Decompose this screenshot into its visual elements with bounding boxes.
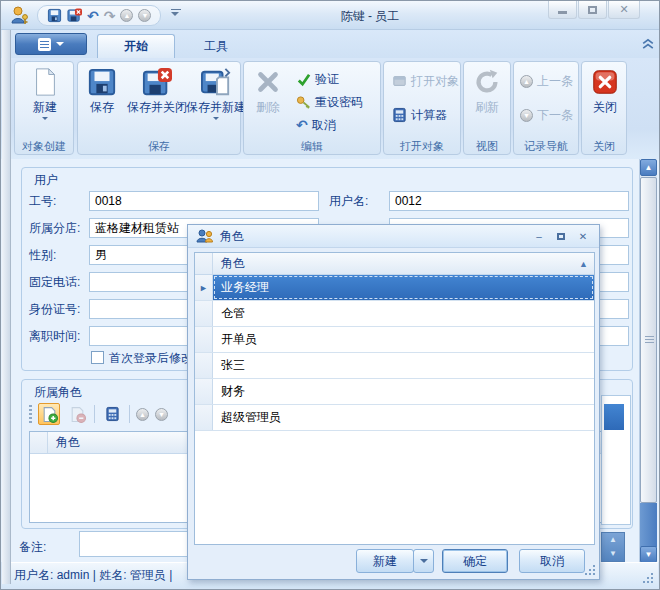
new-page-icon — [30, 66, 60, 98]
save-button[interactable]: 保存 — [82, 66, 122, 116]
dialog-ok-button[interactable]: 确定 — [442, 549, 508, 573]
dialog-grid-header-cell[interactable]: 角色 ▲ — [213, 253, 594, 274]
role-row[interactable]: 财务 — [195, 379, 594, 405]
redo-icon[interactable]: ↷ — [104, 9, 116, 23]
scroll-up-icon: ▲ — [602, 533, 624, 547]
dropdown-icon — [42, 117, 48, 120]
scrollbar-track-fill[interactable] — [640, 503, 657, 547]
branch-label: 所属分店: — [29, 218, 80, 238]
ribbon: 新建 对象创建 保存 — [1, 58, 659, 159]
dialog-minimize-button[interactable]: – — [531, 229, 547, 243]
dialog-titlebar: 角色 – ✕ — [188, 225, 599, 248]
dropdown-icon — [213, 117, 219, 120]
application-menu-button[interactable] — [15, 33, 87, 55]
role-row[interactable]: 张三 — [195, 353, 594, 379]
dialog-cancel-button[interactable]: 取消 — [519, 549, 585, 573]
save-and-close-button[interactable]: 保存并关闭 — [124, 66, 190, 116]
right-grid-sliver — [601, 395, 631, 525]
dialog-resize-grip[interactable] — [584, 564, 596, 576]
save-icon — [87, 66, 117, 98]
new-button[interactable]: 新建 — [23, 66, 67, 120]
ribbon-group-view: 刷新 视图 — [463, 61, 511, 155]
scrollbar-up-button[interactable]: ▲ — [640, 159, 657, 176]
group-label-edit: 编辑 — [244, 139, 380, 153]
roles-group-title: 所属角色 — [34, 384, 82, 401]
check-icon — [296, 72, 311, 87]
next-record-icon[interactable]: ▼ — [138, 9, 151, 22]
roles-calculator-icon[interactable] — [101, 403, 123, 425]
left-edge-strip — [2, 30, 11, 584]
refresh-button[interactable]: 刷新 — [466, 66, 508, 116]
emp-no-label: 工号: — [29, 191, 56, 211]
next-record-icon: ▼ — [520, 109, 533, 122]
roles-toolbar: ▲ ▼ — [29, 403, 168, 425]
role-row[interactable]: 开单员 — [195, 327, 594, 353]
role-row[interactable]: 仓管 — [195, 301, 594, 327]
sort-ascending-icon[interactable]: ▲ — [579, 259, 588, 269]
first-login-checkbox[interactable] — [91, 351, 104, 364]
previous-record-button[interactable]: ▲ 上一条 — [520, 70, 573, 92]
dialog-title: 角色 — [220, 228, 244, 245]
validate-button[interactable]: 验证 — [296, 68, 339, 90]
user-name-input[interactable]: 0012 — [389, 191, 629, 211]
undo-icon: ↶ — [296, 118, 308, 132]
dialog-roles-grid: 角色 ▲ ► 业务经理 仓管 开单员 张三 财务 超级管理员 — [194, 252, 595, 545]
emp-no-input[interactable]: 0018 — [89, 191, 319, 211]
window-resize-grip[interactable] — [642, 572, 654, 584]
vertical-scrollbar[interactable]: ▲ ▼ — [639, 159, 657, 563]
save-close-icon[interactable] — [67, 8, 82, 23]
window-title: 陈键 - 员工 — [201, 8, 539, 25]
statusbar-text: 用户名: admin | 姓名: 管理员 | — [14, 567, 172, 584]
move-up-icon[interactable]: ▲ — [136, 408, 149, 421]
close-form-button[interactable]: 关闭 — [585, 66, 625, 116]
reset-password-button[interactable]: 重设密码 — [296, 91, 363, 113]
minimize-icon — [558, 11, 567, 14]
ribbon-group-open: 打开对象 计算器 打开对象 — [383, 61, 461, 155]
undo-icon[interactable]: ↶ — [87, 9, 99, 23]
role-row[interactable]: 超级管理员 — [195, 405, 594, 431]
move-down-icon[interactable]: ▼ — [155, 408, 168, 421]
ribbon-group-close: 关闭 关闭 — [581, 61, 627, 155]
remove-role-icon[interactable] — [66, 403, 88, 425]
minimize-button[interactable] — [548, 1, 577, 19]
next-record-button[interactable]: ▼ 下一条 — [520, 104, 573, 126]
inner-scrollbar-sliver[interactable]: ▲ ▼ — [601, 532, 625, 562]
role-row-selected[interactable]: ► 业务经理 — [195, 275, 594, 301]
close-button[interactable]: ✕ — [608, 1, 640, 19]
save-and-new-button[interactable]: 保存并新建 — [192, 66, 240, 120]
dialog-new-button[interactable]: 新建 — [356, 549, 414, 573]
calculator-icon — [392, 107, 407, 123]
app-window: ↶ ↷ ▲ ▼ 陈键 - 员工 ✕ 开始 工具 — [0, 0, 660, 590]
tab-tools[interactable]: 工具 — [181, 34, 251, 58]
group-label-view: 视图 — [464, 139, 510, 153]
scrollbar-down-button[interactable]: ▼ — [640, 546, 657, 563]
scrollbar-thumb[interactable] — [640, 177, 657, 503]
save-new-icon — [201, 66, 231, 98]
scroll-down-icon: ▼ — [602, 547, 624, 561]
dropdown-icon — [420, 559, 428, 563]
group-label-create: 对象创建 — [15, 139, 73, 153]
ribbon-group-save: 保存 保存并关闭 保 — [77, 61, 241, 155]
add-role-icon[interactable] — [38, 403, 60, 425]
toolbar-drag-handle[interactable] — [29, 405, 32, 423]
qat-customize-button[interactable] — [171, 9, 181, 16]
prev-record-icon[interactable]: ▲ — [120, 9, 133, 22]
maximize-icon — [588, 6, 597, 14]
cancel-button[interactable]: ↶ 取消 — [296, 114, 336, 136]
calculator-button[interactable]: 计算器 — [392, 104, 447, 126]
open-object-button[interactable]: 打开对象 — [392, 70, 459, 92]
delete-button[interactable]: 删除 — [248, 66, 288, 116]
dialog-maximize-button[interactable] — [553, 229, 569, 243]
dialog-new-dropdown-button[interactable] — [413, 549, 434, 573]
gender-label: 性别: — [29, 245, 56, 265]
leave-time-label: 离职时间: — [29, 326, 80, 346]
roles-dialog-icon — [196, 229, 214, 244]
close-icon: ✕ — [619, 3, 628, 16]
ribbon-collapse-icon[interactable] — [642, 38, 654, 50]
save-icon[interactable] — [47, 8, 62, 23]
maximize-button[interactable] — [578, 1, 607, 19]
tab-start[interactable]: 开始 — [97, 34, 175, 58]
prev-record-icon: ▲ — [520, 75, 533, 88]
dialog-close-button[interactable]: ✕ — [575, 229, 591, 243]
refresh-icon — [472, 66, 502, 98]
